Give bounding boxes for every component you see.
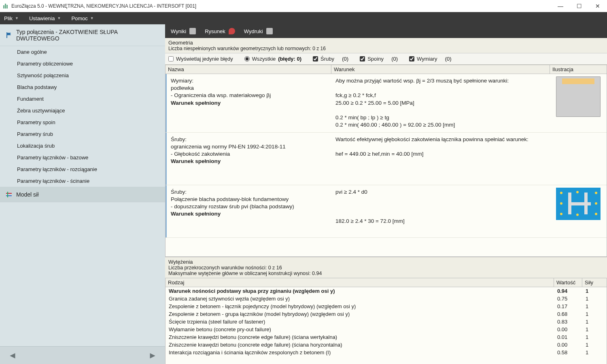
geom-nazwa: Wymiary:podlewka- Ograniczenia dla wsp. …	[166, 74, 331, 132]
wyt-row[interactable]: Zespolenie z betonem - łącznik pojedyncz…	[166, 303, 607, 310]
toolbar-rysunek[interactable]: Rysunek	[205, 28, 235, 34]
col-rodzaj[interactable]: Rodzaj	[166, 278, 554, 287]
wyt-row[interactable]: Warunek nośności podstawy słupa przy zgi…	[166, 287, 607, 295]
col-warunek[interactable]: Warunek	[331, 65, 550, 74]
wyt-rodzaj: Warunek nośności podstawy słupa przy zgi…	[166, 288, 554, 294]
wyt-wartosc: 0.94	[554, 288, 582, 294]
wyt-rodzaj: Zniszczenie krawędzi betonu (concrete ed…	[166, 341, 554, 348]
wyt-wartosc: 0.75	[554, 295, 582, 302]
sidebar: Typ połączenia - ZAKOTWIENIE SŁUPA DWUTE…	[0, 24, 165, 364]
col-ilustracja[interactable]: Ilustracja	[550, 65, 607, 74]
wyt-row[interactable]: Granica zadanej sztywności węzła (względ…	[166, 295, 607, 303]
sidebar-item-2[interactable]: Sztywność połączenia	[0, 70, 165, 81]
wytezenia-line2: Maksymalne wytężenie główne w obliczanej…	[168, 271, 604, 276]
wyt-row[interactable]: Zniszczenie krawędzi betonu (concrete ed…	[166, 333, 607, 341]
toolbar-wydruki[interactable]: Wydruki	[244, 28, 273, 34]
close-button[interactable]: ✕	[588, 0, 607, 12]
toolbar-wyniki[interactable]: Wyniki	[171, 28, 196, 34]
nav-next-button[interactable]: ►	[148, 350, 157, 361]
menu-ustawienia[interactable]: Ustawienia▼	[29, 15, 61, 21]
wyt-wartosc: 0.00	[554, 326, 582, 333]
wyt-row[interactable]: Interakcja rozciągania i ścinania łączni…	[166, 349, 607, 356]
app-icon	[2, 3, 9, 9]
sidebar-item-1[interactable]: Parametry obliczeniowe	[0, 58, 165, 70]
wyt-wartosc: 0.17	[554, 303, 582, 310]
sidebar-item-6[interactable]: Parametry spoin	[0, 116, 165, 128]
sidebar-section-model-sil[interactable]: Model sił	[0, 187, 165, 202]
sidebar-item-4[interactable]: Fundament	[0, 93, 165, 105]
menu-pomoc[interactable]: Pomoc▼	[71, 15, 93, 21]
wyt-wartosc: 0.68	[554, 311, 582, 317]
wyt-wartosc: 0.83	[554, 318, 582, 325]
wyt-wartosc: 0.00	[554, 341, 582, 348]
wytezenia-heading: Wytężenia	[168, 259, 604, 265]
filter-sruby[interactable]: Śruby (0)	[313, 56, 348, 62]
filter-spoiny[interactable]: Spoiny (0)	[360, 56, 398, 62]
wyt-wartosc: 0.01	[554, 334, 582, 341]
sidebar-item-9[interactable]: Parametry łączników - bazowe	[0, 152, 165, 163]
svg-rect-4	[6, 193, 12, 194]
forces-icon	[6, 191, 12, 198]
chevron-down-icon: ▼	[15, 16, 19, 20]
sidebar-item-0[interactable]: Dane ogólne	[0, 46, 165, 58]
sidebar-item-5[interactable]: Żebra usztywniające	[0, 105, 165, 116]
geom-row: Śruby:ograniczenia wg normy PN-EN 1992-4…	[166, 133, 607, 185]
col-sily[interactable]: Siły	[582, 278, 607, 287]
geometria-grid-body[interactable]: Wymiary:podlewka- Ograniczenia dla wsp. …	[165, 74, 607, 257]
col-wartosc[interactable]: Wartość	[554, 278, 582, 287]
wyt-sily: 1	[582, 334, 607, 341]
wyt-row[interactable]: Zniszczenie krawędzi betonu (concrete ed…	[166, 341, 607, 349]
geom-ilustracja	[550, 133, 607, 185]
wyt-sily: 1	[582, 303, 607, 310]
geometria-heading: Geometria	[168, 40, 604, 46]
menu-plik[interactable]: Plik▼	[4, 15, 19, 21]
wyt-sily: 1	[582, 288, 607, 294]
wyt-row[interactable]: Wyłamanie betonu (concrete pry-out failu…	[166, 326, 607, 333]
geometria-subtitle: Liczba niespełnionych warunków geometryc…	[168, 46, 604, 51]
wyt-sily: 1	[582, 295, 607, 302]
wytezenia-header: Wytężenia Liczba przekroczonych warunków…	[165, 257, 607, 278]
drawing-icon	[229, 28, 235, 34]
results-icon	[189, 28, 196, 34]
sidebar-section-label: Model sił	[16, 191, 38, 198]
nav-prev-button[interactable]: ◄	[8, 350, 17, 361]
wyt-rodzaj: Ścięcie trzpienia (steel failure of fast…	[166, 318, 554, 325]
sidebar-footer-nav: ◄ ►	[0, 346, 165, 364]
sidebar-item-11[interactable]: Parametry łączników - ścinanie	[0, 175, 165, 187]
wyt-row[interactable]: Zespolenie z betonem - grupa łączników (…	[166, 310, 607, 318]
wyt-sily: 1	[582, 318, 607, 325]
filter-wszystkie[interactable]: Wszystkie (błędy: 0)	[244, 56, 301, 62]
maximize-button[interactable]: ☐	[570, 0, 588, 12]
wyt-sily: 1	[582, 326, 607, 333]
minimize-button[interactable]: —	[551, 0, 570, 12]
wyt-row[interactable]: Ścięcie trzpienia (steel failure of fast…	[166, 318, 607, 326]
geometria-filters: Wyświetlaj jedynie błędy Wszystkie (błęd…	[165, 53, 607, 65]
wytezenia-line1: Liczba przekroczonych warunków nośności:…	[168, 265, 604, 271]
sidebar-section-label: Typ połączenia - ZAKOTWIENIE SŁUPA DWUTE…	[16, 29, 159, 42]
wyt-rodzaj: Wyłamanie betonu (concrete pry-out failu…	[166, 326, 554, 333]
content-area: Wyniki Rysunek Wydruki Geometria Liczba …	[165, 24, 607, 364]
svg-rect-6	[7, 192, 8, 197]
content-toolbar: Wyniki Rysunek Wydruki	[165, 24, 607, 38]
filter-wymiary[interactable]: Wymiary (0)	[409, 56, 452, 62]
geom-nazwa: Śruby:ograniczenia wg normy PN-EN 1992-4…	[166, 133, 331, 185]
wytezenia-grid-header: Rodzaj Wartość Siły	[165, 278, 607, 287]
col-nazwa[interactable]: Nazwa	[166, 65, 331, 74]
geometria-header: Geometria Liczba niespełnionych warunków…	[165, 38, 607, 53]
filter-errors-only[interactable]: Wyświetlaj jedynie błędy	[168, 56, 233, 62]
sidebar-section-connection-type[interactable]: Typ połączenia - ZAKOTWIENIE SŁUPA DWUTE…	[0, 24, 165, 46]
flag-icon	[6, 32, 12, 38]
sidebar-item-8[interactable]: Lokalizacja śrub	[0, 140, 165, 152]
menu-bar: Plik▼ Ustawienia▼ Pomoc▼	[0, 12, 607, 24]
geom-row: Wymiary:podlewka- Ograniczenia dla wsp. …	[166, 74, 607, 133]
wyt-sily: 1	[582, 341, 607, 348]
wytezenia-grid-body[interactable]: Warunek nośności podstawy słupa przy zgi…	[165, 287, 607, 364]
window-title: EuroZłącza 5.0 - WEWNĘTRZNA, NIEKOMERCYJ…	[11, 3, 551, 9]
sidebar-item-3[interactable]: Blacha podstawy	[0, 81, 165, 93]
wyt-wartosc: 0.58	[554, 349, 582, 356]
window-titlebar: EuroZłącza 5.0 - WEWNĘTRZNA, NIEKOMERCYJ…	[0, 0, 607, 12]
sidebar-item-7[interactable]: Parametry śrub	[0, 128, 165, 140]
geom-ilustracja	[550, 185, 607, 237]
sidebar-item-10[interactable]: Parametry łączników - rozciąganie	[0, 163, 165, 175]
svg-rect-2	[6, 5, 8, 8]
